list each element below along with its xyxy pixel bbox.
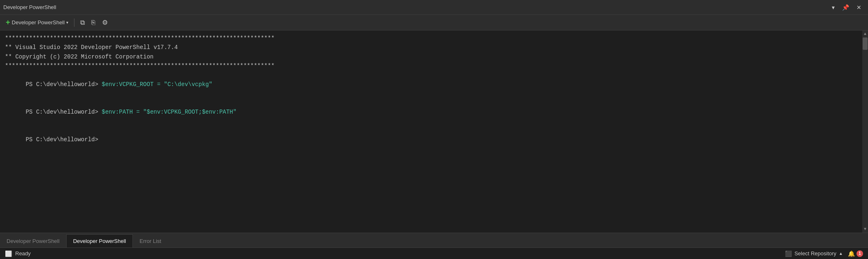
tab-developer-powershell-2[interactable]: Developer PowerShell — [66, 234, 133, 247]
prompt-2: PS C:\dev\helloworld> — [26, 109, 102, 115]
copy-button[interactable]: ⎘ — [89, 17, 98, 28]
pin-button[interactable]: 📌 — [839, 2, 852, 12]
tab-label-2: Developer PowerShell — [73, 238, 126, 244]
gear-icon: ⚙ — [102, 19, 108, 26]
terminal-line-stars-1: ****************************************… — [5, 34, 857, 43]
status-bar: ⬜ Ready ⬛ Select Repository ▲ 🔔 1 — [0, 247, 868, 259]
prompt-1: PS C:\dev\helloworld> — [26, 81, 102, 88]
scroll-up-arrow[interactable]: ▲ — [862, 30, 868, 37]
terminal-line-cmd1: PS C:\dev\helloworld> $env:VCPKG_ROOT = … — [5, 71, 857, 98]
tabs-bar: Developer PowerShell Developer PowerShel… — [0, 233, 868, 247]
terminal-line-copyright: ** Copyright (c) 2022 Microsoft Corporat… — [5, 52, 857, 61]
scrollbar[interactable]: ▲ ▼ — [862, 30, 868, 233]
split-icon: ⧉ — [80, 19, 85, 26]
close-button[interactable]: ✕ — [853, 2, 865, 12]
bell-icon: 🔔 — [848, 250, 855, 257]
title-bar-left: Developer PowerShell — [3, 4, 56, 10]
split-terminal-button[interactable]: ⧉ — [78, 17, 87, 28]
new-terminal-label: Developer PowerShell — [12, 19, 65, 26]
dropdown-button[interactable]: ▾ — [829, 2, 838, 12]
notification-area[interactable]: 🔔 1 — [848, 250, 863, 257]
scroll-track[interactable] — [862, 37, 868, 226]
chevron-down-icon: ▾ — [66, 20, 68, 25]
terminal-line-stars-2: ****************************************… — [5, 61, 857, 70]
tab-error-list[interactable]: Error List — [133, 234, 168, 247]
notification-badge: 1 — [856, 250, 863, 257]
settings-button[interactable]: ⚙ — [100, 17, 110, 28]
terminal-line-version: ** Visual Studio 2022 Developer PowerShe… — [5, 43, 857, 52]
tab-label-1: Developer PowerShell — [7, 238, 60, 244]
title-bar-controls: ▾ 📌 ✕ — [829, 2, 865, 12]
scroll-thumb[interactable] — [863, 37, 868, 50]
cmd-1: $env:VCPKG_ROOT = "C:\dev\vcpkg" — [102, 81, 212, 88]
scroll-down-arrow[interactable]: ▼ — [862, 226, 868, 233]
copy-icon: ⎘ — [91, 19, 95, 26]
ready-icon: ⬜ — [5, 250, 12, 257]
ready-label: Ready — [15, 250, 31, 257]
repository-icon: ⬛ — [785, 250, 792, 257]
toolbar: + Developer PowerShell ▾ ⧉ ⎘ ⚙ — [0, 15, 868, 30]
toolbar-divider — [74, 19, 74, 27]
new-terminal-button[interactable]: + Developer PowerShell ▾ — [3, 16, 71, 28]
window-title: Developer PowerShell — [3, 4, 56, 10]
status-left: ⬜ Ready — [5, 250, 31, 257]
terminal-output[interactable]: ****************************************… — [0, 30, 862, 233]
title-bar: Developer PowerShell ▾ 📌 ✕ — [0, 0, 868, 15]
plus-icon: + — [6, 18, 10, 27]
cmd-2: $env:PATH = "$env:VCPKG_ROOT;$env:PATH" — [102, 109, 237, 115]
status-right: ⬛ Select Repository ▲ 🔔 1 — [785, 250, 863, 257]
tab-label-3: Error List — [139, 238, 161, 244]
prompt-3: PS C:\dev\helloworld> — [26, 136, 102, 143]
select-repo-label: Select Repository — [794, 250, 836, 257]
tab-developer-powershell-1[interactable]: Developer PowerShell — [0, 234, 66, 247]
terminal-container: ****************************************… — [0, 30, 868, 233]
terminal-line-prompt: PS C:\dev\helloworld> — [5, 126, 857, 154]
arrow-up-icon: ▲ — [839, 251, 843, 256]
select-repository-button[interactable]: ⬛ Select Repository ▲ — [785, 250, 843, 257]
terminal-line-cmd2: PS C:\dev\helloworld> $env:PATH = "$env:… — [5, 98, 857, 126]
